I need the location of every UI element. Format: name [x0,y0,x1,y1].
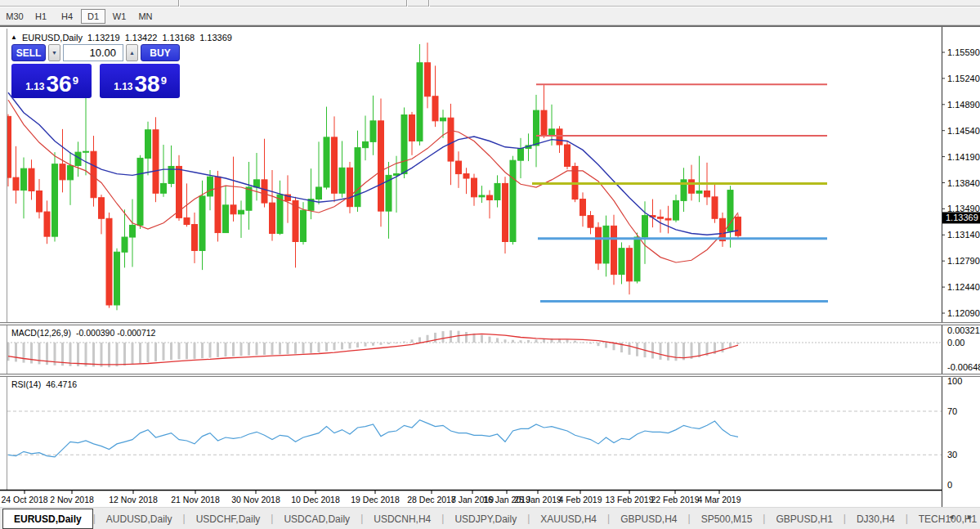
candle-body [192,225,198,251]
candle-body [316,187,322,199]
candle-body [13,177,19,190]
tab-scroll-right-icon[interactable]: ► [966,513,973,521]
candle-body [712,197,718,218]
chart-tab-dj30-h4[interactable]: DJ30,H4 [846,509,906,529]
candle-body [355,148,360,207]
macd-histogram-bar [434,333,436,343]
time-axis[interactable]: 24 Oct 20182 Nov 201812 Nov 201821 Nov 2… [0,491,942,505]
timeframe-button-w1[interactable]: W1 [107,9,132,24]
macd-histogram-bar [302,343,305,353]
date-label: 13 Feb 2019 [606,495,654,504]
price-tick-label: 1.12090 [947,308,980,318]
chart-tab-audusd-daily[interactable]: AUDUSD,Daily [96,509,183,529]
macd-histogram-bar [217,343,219,357]
candle-body [518,149,524,161]
candle-body [627,249,633,281]
macd-histogram-bar [574,341,576,343]
candle-body [21,168,27,190]
chart-tab-eurusd-daily[interactable]: EURUSD,Daily [2,509,93,529]
tab-scroll-controls: ◄ ► [947,513,973,521]
timeframe-button-h4[interactable]: H4 [55,9,79,24]
candle-body [230,205,236,214]
candle-body [634,237,640,281]
macd-histogram-bar [660,343,662,360]
ask-price-panel[interactable]: 1.13389 [100,64,180,98]
macd-histogram-bar [504,339,507,343]
price-tick-label: 1.14890 [947,100,980,110]
macd-histogram-bar [582,343,584,343]
chart-tab-usdcad-daily[interactable]: USDCAD,Daily [273,509,360,529]
macd-histogram-bar [566,339,569,343]
candle-body [153,130,159,193]
chart-title: ▲ EURUSD,Daily 1.13219 1.13422 1.13168 1… [11,33,232,43]
volume-input[interactable]: 10.00 [63,44,123,61]
macd-histogram-bar [589,343,592,343]
candle-body [541,110,547,136]
candle-body [122,237,128,252]
chart-tab-usdchf-daily[interactable]: USDCHF,Daily [186,509,271,529]
macd-histogram-bar [465,332,468,343]
candle-body [184,217,190,224]
macd-tick-label: 0.003216 [947,325,980,335]
candle-body [401,115,407,174]
macd-histogram-bar [380,343,383,345]
buy-button[interactable]: BUY [141,44,180,61]
macd-histogram-bar [194,343,196,359]
candle-body [378,121,384,211]
macd-histogram-bar [147,343,150,362]
current-price-label: 1.13369 [946,213,978,222]
rsi-label: RSI(14) [11,379,41,389]
price-tick-label: 1.15590 [947,47,980,57]
macd-histogram-bar [458,331,460,343]
timeframe-button-mn[interactable]: MN [133,9,158,24]
ohlc-open: 1.13219 [87,33,120,43]
candle-body [68,166,74,180]
macd-histogram-bar [240,343,243,356]
macd-histogram-bar [209,343,212,358]
chart-canvas[interactable]: 1.155901.152401.148901.145401.141901.138… [0,27,980,509]
macd-histogram-bar [543,338,545,343]
chart-tab-usdjpy-daily[interactable]: USDJPY,Daily [444,509,527,529]
candle-body [52,164,58,236]
chart-tab-sp500-m15[interactable]: SP500,M15 [691,509,763,529]
macd-histogram-bar [271,343,274,355]
chart-tab-gbpusd-h4[interactable]: GBPUSD,H4 [610,509,687,529]
macd-histogram-bar [101,343,103,367]
timeframe-button-m30[interactable]: M30 [2,9,27,24]
macd-histogram-bar [287,343,289,354]
timeframe-button-h1[interactable]: H1 [29,9,53,24]
candle-body [29,168,34,191]
macd-histogram-bar [116,343,119,366]
chart-window[interactable]: 1.155901.152401.148901.145401.141901.138… [0,25,980,507]
date-label: 28 Dec 2018 [407,495,456,504]
sell-button[interactable]: SELL [11,44,46,61]
date-label: 10 Dec 2018 [291,495,340,504]
macd-histogram-bar [132,343,134,365]
price-axis[interactable]: 1.155901.152401.148901.145401.141901.138… [942,47,980,490]
macd-histogram-bar [372,343,374,346]
macd-histogram-bar [411,339,414,343]
date-label: 22 Feb 2019 [651,495,700,504]
candle-body [487,195,493,199]
macd-histogram-bar [418,338,421,343]
rsi-pane[interactable] [7,411,942,457]
rsi-tick-label: 100 [947,376,962,386]
volume-increase-button[interactable]: ▲ [126,44,138,61]
tab-scroll-left-icon[interactable]: ◄ [947,513,955,521]
chart-tab-usdcnh-h4[interactable]: USDCNH,H4 [363,509,441,529]
chart-tab-xauusd-h4[interactable]: XAUUSD,H4 [530,509,607,529]
volume-decrease-button[interactable]: ▼ [48,44,60,61]
chart-tab-gbpusd-h1[interactable]: GBPUSD,H1 [765,509,843,529]
collapse-icon[interactable]: ▲ [11,34,17,41]
candle-body [503,183,508,241]
candle-body [596,227,602,263]
macd-tick-label: -0.006485 [947,362,980,372]
candle-body [441,118,446,121]
macd-histogram-bar [92,343,95,366]
macd-histogram-bar [186,343,188,359]
macd-histogram-bar [396,343,398,343]
ohlc-close: 1.13369 [199,33,232,43]
macd-histogram-bar [356,343,359,347]
bid-price-panel[interactable]: 1.13369 [11,64,92,98]
timeframe-button-d1[interactable]: D1 [81,9,105,24]
